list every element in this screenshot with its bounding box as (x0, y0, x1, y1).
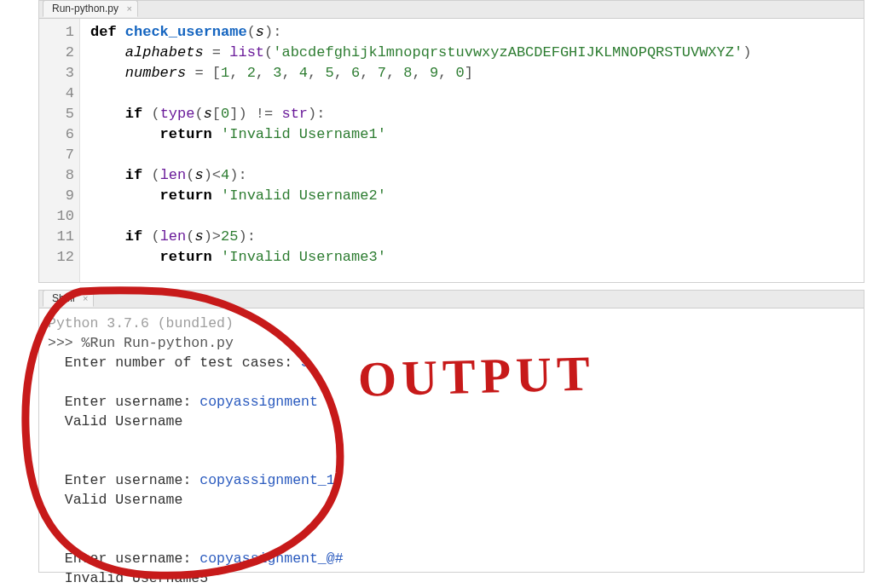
close-icon[interactable]: × (83, 293, 88, 303)
line-number: 5 (39, 104, 74, 124)
line-number: 9 (39, 186, 74, 206)
shell-line: Enter username: copyassignment (48, 392, 855, 412)
editor-tab[interactable]: Run-python.py × (43, 0, 138, 17)
line-number: 10 (39, 206, 74, 227)
code-line: return 'Invalid Username2' (90, 186, 864, 206)
shell-line: Enter username: copyassignment_1 (48, 470, 855, 490)
shell-tab-strip: Shell × (39, 291, 864, 308)
code-text[interactable]: def check_username(s): alphabets = list(… (84, 19, 864, 282)
shell-tab[interactable]: Shell × (43, 290, 94, 307)
line-number: 6 (39, 124, 74, 145)
line-number: 12 (39, 247, 74, 268)
line-number: 11 (39, 227, 74, 247)
code-area[interactable]: 123456789101112 def check_username(s): a… (39, 19, 864, 282)
code-line: alphabets = list('abcdefghijklmnopqrstuv… (90, 43, 864, 63)
code-line: def check_username(s): (90, 22, 864, 43)
shell-line (48, 529, 855, 549)
code-line (90, 84, 864, 104)
shell-line: >>> %Run Run-python.py (48, 333, 855, 353)
shell-tab-label: Shell (52, 292, 75, 304)
line-number: 2 (39, 43, 74, 63)
code-line: if (len(s)<4): (90, 165, 864, 186)
code-line: if (type(s[0]) != str): (90, 104, 864, 124)
shell-line: Valid Username (48, 412, 855, 431)
shell-line (48, 451, 855, 470)
shell-line: Enter number of test cases: 3 (48, 353, 855, 372)
line-number: 8 (39, 165, 74, 186)
shell-line: Valid Username (48, 490, 855, 510)
shell-line: Enter username: copyassignment_@# (48, 549, 855, 568)
code-line: numbers = [1, 2, 3, 4, 5, 6, 7, 8, 9, 0] (90, 63, 864, 84)
close-icon[interactable]: × (126, 3, 131, 14)
shell-line (48, 372, 855, 392)
shell-line (48, 510, 855, 529)
line-number: 4 (39, 84, 74, 104)
editor-pane: Run-python.py × 123456789101112 def chec… (38, 0, 864, 283)
line-number-gutter: 123456789101112 (39, 19, 80, 282)
code-line (90, 145, 864, 165)
line-number: 3 (39, 63, 74, 84)
shell-output[interactable]: Python 3.7.6 (bundled)>>> %Run Run-pytho… (39, 308, 864, 588)
shell-line: Python 3.7.6 (bundled) (48, 314, 855, 333)
code-line (90, 206, 864, 227)
code-line: return 'Invalid Username1' (90, 124, 864, 145)
shell-line: Invalid Username5 (48, 568, 855, 588)
line-number: 7 (39, 145, 74, 165)
line-number: 1 (39, 22, 74, 43)
code-line: return 'Invalid Username3' (90, 247, 864, 268)
code-line: if (len(s)>25): (90, 227, 864, 247)
editor-tab-strip: Run-python.py × (39, 1, 864, 19)
shell-line (48, 431, 855, 451)
shell-pane: Shell × Python 3.7.6 (bundled)>>> %Run R… (38, 290, 864, 573)
editor-tab-label: Run-python.py (52, 3, 119, 14)
